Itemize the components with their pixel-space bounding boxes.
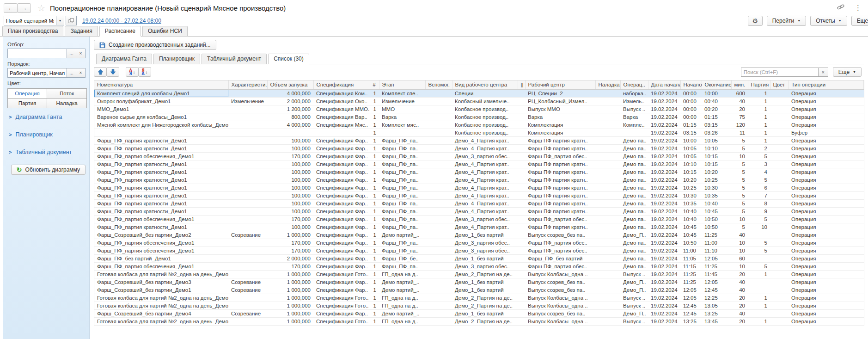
table-cell[interactable] (748, 286, 770, 294)
table-cell[interactable]: Фарш_ПФ_партия кратности_Демо1 (94, 176, 228, 184)
table-cell[interactable]: Демо_1_без партий (452, 278, 518, 286)
table-cell[interactable]: Операция (789, 168, 864, 176)
table-cell[interactable]: Демо_4_Партия крат.. (452, 207, 518, 215)
refresh-diagram-button[interactable]: ↻ Обновить диаграмму (11, 165, 86, 175)
table-cell[interactable]: Демо па.. (620, 262, 648, 270)
table-row[interactable]: Вареное сырье для колбасы_Демо1800,000Сп… (94, 113, 864, 121)
table-cell[interactable]: Фарш ПФ партия кратн.. (525, 144, 595, 152)
period-link[interactable]: 19.02.24 00:00 - 27.02.24 08:00 (82, 18, 161, 24)
table-cell[interactable]: 2 (748, 144, 770, 152)
table-cell[interactable]: Спецификация Мяс.. (313, 121, 370, 129)
column-header[interactable]: Партия (748, 80, 770, 89)
table-cell[interactable]: Операция (789, 317, 864, 325)
table-cell[interactable]: Фарш_Созревший_без партии_Демо2 (94, 231, 228, 239)
table-cell[interactable]: 40 (731, 231, 748, 239)
table-cell[interactable] (228, 129, 267, 136)
table-cell[interactable] (425, 309, 452, 317)
table-cell[interactable]: 5 (731, 207, 748, 215)
table-cell[interactable] (518, 294, 525, 302)
table-cell[interactable]: 1 (370, 231, 379, 239)
color-mode-operation[interactable]: Операция (7, 88, 47, 99)
table-cell[interactable]: Операция (789, 215, 864, 223)
table-cell[interactable]: 12:45 (680, 309, 702, 317)
table-cell[interactable]: 20 (731, 294, 748, 302)
table-cell[interactable]: 1 (370, 129, 379, 136)
table-cell[interactable] (425, 152, 452, 160)
table-cell[interactable]: 10:40 (702, 199, 731, 207)
table-cell[interactable]: Демо_2_Партия на де.. (452, 317, 518, 325)
table-cell[interactable]: 00:00 (680, 105, 702, 113)
table-cell[interactable]: 1 (370, 302, 379, 309)
table-cell[interactable]: Спецификация ММО.. (313, 105, 370, 113)
table-cell[interactable]: Колбасный измельче.. (452, 97, 518, 105)
table-cell[interactable]: Готовая колбаса для партий №2_одна на де… (94, 317, 228, 325)
table-row[interactable]: Фарш_Созревший_без партии_Демо4Созревани… (94, 309, 864, 317)
table-cell[interactable]: Фарш_ПФ_па.. (379, 215, 425, 223)
table-cell[interactable]: 00:00 (680, 89, 702, 97)
table-cell[interactable] (770, 254, 789, 262)
table-cell[interactable] (595, 168, 620, 176)
table-cell[interactable]: 12:25 (702, 294, 731, 302)
table-cell[interactable]: 10:40 (680, 215, 702, 223)
table-cell[interactable]: 1 000,000 (267, 294, 313, 302)
table-cell[interactable]: 10:05 (680, 144, 702, 152)
table-cell[interactable] (595, 262, 620, 270)
table-cell[interactable] (595, 294, 620, 302)
column-header[interactable]: Номенклатура (94, 80, 228, 89)
table-cell[interactable]: Демо па.. (620, 184, 648, 191)
link-icon[interactable] (837, 3, 844, 12)
table-cell[interactable] (228, 223, 267, 231)
table-cell[interactable]: Спецификация Ком.. (313, 89, 370, 97)
table-cell[interactable]: Готовая колбаса для партий №2_одна на де… (94, 270, 228, 278)
table-cell[interactable]: 12:05 (702, 278, 731, 286)
table-cell[interactable]: 13:25 (702, 309, 731, 317)
table-cell[interactable]: Операция (789, 160, 864, 168)
table-cell[interactable]: Фарш_ПФ_партия кратности_Демо1 (94, 136, 228, 144)
table-cell[interactable]: Демо_4_Партия крат.. (452, 136, 518, 144)
table-cell[interactable]: Операция (789, 207, 864, 215)
table-cell[interactable]: 10:45 (702, 207, 731, 215)
table-cell[interactable]: Демо па.. (620, 144, 648, 152)
table-cell[interactable]: Фарш_ПФ_партия кратности_Демо1 (94, 191, 228, 199)
table-cell[interactable]: Фарш_ПФ_па.. (379, 262, 425, 270)
table-cell[interactable]: 10 (731, 262, 748, 270)
table-cell[interactable]: Операция (789, 136, 864, 144)
table-cell[interactable] (595, 144, 620, 152)
table-cell[interactable]: 19.02.2024 (648, 317, 680, 325)
table-cell[interactable]: Операция (789, 89, 864, 97)
table-cell[interactable] (228, 239, 267, 247)
table-cell[interactable] (595, 239, 620, 247)
table-cell[interactable]: Спецификация Фар.. (313, 309, 370, 317)
table-cell[interactable]: 11:10 (702, 247, 731, 254)
table-cell[interactable] (770, 294, 789, 302)
table-cell[interactable]: 1 (370, 317, 379, 325)
scenario-input[interactable] (4, 16, 56, 25)
table-cell[interactable]: 100,000 (267, 184, 313, 191)
table-cell[interactable]: 5 (748, 239, 770, 247)
table-row[interactable]: Фарш_Созревший_без партии_Демо3Созревани… (94, 278, 864, 286)
table-cell[interactable] (228, 270, 267, 278)
table-cell[interactable] (518, 121, 525, 129)
table-cell[interactable]: Фарш_ПФ_партия кратности_Демо1 (94, 184, 228, 191)
table-cell[interactable] (228, 136, 267, 144)
table-cell[interactable] (518, 152, 525, 160)
table-cell[interactable]: 19.02.2024 (648, 113, 680, 121)
table-row[interactable]: Фарш_ПФ_партия кратности_Демо1100,000Спе… (94, 207, 864, 215)
table-cell[interactable] (425, 231, 452, 239)
table-cell[interactable] (228, 215, 267, 223)
filter-input[interactable] (7, 49, 67, 58)
table-cell[interactable]: Демо па.. (620, 239, 648, 247)
table-row[interactable]: Фарш_ПФ_партия кратности_Демо1100,000Спе… (94, 184, 864, 191)
table-cell[interactable] (425, 215, 452, 223)
table-cell[interactable]: Демо па.. (620, 254, 648, 262)
table-cell[interactable]: 10:35 (702, 191, 731, 199)
table-cell[interactable]: Спецификация Фар.. (313, 168, 370, 176)
table-cell[interactable] (595, 207, 620, 215)
table-cell[interactable]: Демо_4_Партия крат.. (452, 199, 518, 207)
table-cell[interactable]: ГП_одна на д.. (379, 317, 425, 325)
table-cell[interactable] (595, 160, 620, 168)
table-cell[interactable]: Операция (789, 231, 864, 239)
table-cell[interactable] (228, 199, 267, 207)
table-cell[interactable]: 19.02.2024 (648, 239, 680, 247)
table-cell[interactable]: Демо_1_без партий (452, 231, 518, 239)
